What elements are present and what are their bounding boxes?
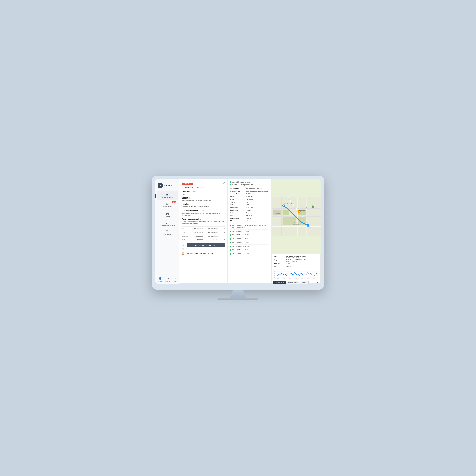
sidebar-item-attention[interactable]: 1203 ◎ ATTENTION	[157, 201, 178, 209]
monitor-wrapper: AutoSKY ⊞ DASHBOARD 1203 ◎ ATTENTION	[152, 176, 324, 300]
trip-distance-label: Distance	[274, 263, 285, 265]
svg-text:Liitvmpäytäkoin: Liitvmpäytäkoin	[299, 210, 306, 211]
trip-user-label: User	[274, 265, 285, 267]
footer-item-profile[interactable]: 👤 Profile	[158, 277, 162, 282]
trip-distance-value: 15 km	[286, 263, 290, 265]
event-dot	[230, 246, 231, 247]
attention-icon: ◎	[166, 202, 169, 205]
vehicle-info-row: Make PORSCHE	[230, 196, 270, 198]
vehicle-info-label: Make	[230, 196, 246, 198]
svg-text:★: ★	[299, 211, 300, 213]
footer-item-label: Help	[174, 280, 176, 282]
vehicle-info-row: Consumption 7.2 km/l	[230, 217, 270, 219]
sidebar: AutoSKY ⊞ DASHBOARD 1203 ◎ ATTENTION	[155, 179, 179, 284]
svg-point-0	[160, 185, 161, 186]
recorded-label: RECORDED	[182, 187, 191, 189]
event-item: 2023.4.20 Time 10.16.18	[230, 230, 270, 233]
vehicle-info-label: License Plate	[230, 193, 246, 195]
camera-dot	[238, 181, 238, 182]
obd2-code: P0093	[182, 193, 225, 195]
action-title: Action recommendation	[182, 218, 225, 220]
footer-item-settings[interactable]: ⚙ Settings	[165, 277, 170, 282]
sidebar-item-label: COMMUNICATION	[160, 224, 175, 226]
event-dot	[230, 242, 231, 243]
action-section: Action recommendation Contact the custom…	[182, 218, 225, 225]
event-text: 2023.4.20 Time 10.16.18	[232, 253, 249, 255]
calculate-row: 🔧 CALCULATE REPAIR COST	[182, 243, 225, 247]
left-panel: ✕ CRITICAL RECORDED 10.17.12 2023.4.20 O…	[179, 179, 228, 284]
trip-stop-row: Stop End Way 12, 1234 Helsinki 2023.4.20…	[274, 259, 319, 262]
vehicle-info-label: Registered	[230, 206, 246, 208]
screen: AutoSKY ⊞ DASHBOARD 1203 ◎ ATTENTION	[155, 179, 321, 284]
event-item: 2023.4.20 Time 10.16.18	[230, 252, 270, 256]
vehicle-info-value: CAYENNE	[246, 199, 253, 201]
service-history-row: 2020.2.10 KM. 198.000 Annual Service ≡	[182, 238, 225, 242]
description-title: Desciption	[182, 197, 225, 199]
trip-user-row: User John C. Ly	[274, 265, 319, 267]
service-row-menu-icon[interactable]: ≡	[224, 227, 225, 229]
location-section: Location Electrical fault in fuel regula…	[182, 203, 225, 208]
vehicle-info-value: OBD-AS-P2005-1255489.83B1	[246, 190, 268, 192]
recall-vehicle-button[interactable]: RECALL VEHICLE & SEND QUOTE	[187, 253, 213, 255]
svg-text:16.48: 16.48	[313, 278, 315, 279]
svg-point-24	[308, 225, 308, 226]
map-svg: ★ Sultanit Handicrafts Huse Studio Ky Li…	[272, 179, 321, 254]
sidebar-item-label: ARCHIVE	[163, 234, 171, 235]
speed-legend-btn[interactable]: SPEED	[301, 281, 308, 284]
trip-distance-row: Distance 15 km	[274, 263, 319, 265]
close-button[interactable]: ✕	[223, 181, 225, 185]
vehicle-info-row: Fuel Gasoline	[230, 215, 270, 217]
service-history-row: 2021.4.10 KM. 210.000 Annual Service ≡	[182, 234, 225, 238]
vehicle-info-row: VIN Number WP1ZZZ9PZ6LA03555	[230, 188, 270, 190]
communication-icon: 💬	[166, 221, 169, 224]
event-item: 2023.4.20 Time 16.51.32. OBD2 Error Code…	[230, 224, 270, 230]
vehicle-info-value: 2020.8.25	[246, 206, 253, 208]
event-item: 2023.4.19 Time 18.26.14	[230, 248, 270, 252]
vehicle-info-value: WP1ZZZ9PZ6LA03555	[246, 188, 262, 190]
service-row-menu-icon[interactable]: ≡	[224, 239, 225, 241]
event-dot	[230, 238, 231, 240]
logo-text: AutoSKY	[164, 185, 174, 187]
svg-text:Sultanit Handicrafts: Sultanit Handicrafts	[284, 203, 292, 204]
middle-panel: SERVICE OBD2 ACTIVE AutoSKY Supscription…	[228, 179, 272, 284]
event-text: 2023.4.19 Time 18.26.14	[232, 249, 249, 251]
vehicle-info-row: Version 3.2	[230, 201, 270, 203]
service-row-menu-icon[interactable]: ≡	[224, 231, 225, 233]
vehicle-info-row: Serial Number OBD-AS-P2005-1255489.83B1	[230, 190, 270, 192]
vehicle-info-label: VIN Number	[230, 188, 246, 190]
monitor-stand-neck	[230, 289, 246, 298]
sidebar-item-fleet[interactable]: 🚗 FLEET	[157, 210, 178, 219]
event-dot	[230, 231, 231, 232]
footer-item-label: Settings	[165, 281, 170, 282]
vehicle-info-label: Fuel	[230, 215, 246, 217]
sidebar-item-communication[interactable]: 💬 COMMUNICATION	[157, 219, 178, 228]
sidebar-item-dashboard[interactable]: ⊞ DASHBOARD	[157, 191, 178, 200]
svg-text:16.45: 16.45	[307, 278, 309, 279]
vehicle-info-value: 2005	[246, 204, 249, 206]
svg-text:0: 0	[274, 277, 275, 278]
trip-stop-label: Stop	[274, 259, 285, 262]
sidebar-nav: ⊞ DASHBOARD 1203 ◎ ATTENTION 🚗 FLEET	[155, 191, 179, 275]
vehicle-info-value: 3.2	[246, 201, 248, 203]
vehicle-info-value: PORSCHE	[246, 196, 254, 198]
settings-icon: ⚙	[167, 277, 169, 280]
engine-load-legend-btn[interactable]: ENGINE LOAD	[273, 281, 286, 284]
event-item: 2023.3.20 Time 07.51.56	[230, 233, 270, 237]
svg-text:Musapallki: Musapallki	[276, 213, 280, 214]
revolutions-legend-btn[interactable]: REVOLUTIONS	[287, 281, 300, 284]
vehicle-info-label: Status	[230, 212, 246, 214]
recall-icon: 📋	[182, 252, 185, 255]
trip-user-value: John C. Ly	[286, 265, 293, 267]
service-km: KM. 210.000	[194, 235, 203, 237]
calculate-repair-cost-button[interactable]: CALCULATE REPAIR COST	[187, 243, 225, 247]
vehicle-info-value: CN86900	[246, 193, 253, 195]
action-buttons: 🔧 CALCULATE REPAIR COST 📄 📋 RECALL VEHIC…	[182, 243, 225, 255]
add-chart-button[interactable]: +	[316, 281, 319, 284]
service-row-menu-icon[interactable]: ≡	[224, 235, 225, 237]
service-date: 2021.4.10	[182, 235, 188, 237]
sidebar-item-archive[interactable]: ☐ ARCHIVE	[157, 228, 178, 237]
event-dot	[230, 249, 231, 251]
sidebar-logo: AutoSKY	[155, 182, 179, 191]
footer-item-help[interactable]: ? Help	[174, 277, 176, 282]
critical-badge: CRITICAL	[182, 183, 193, 185]
